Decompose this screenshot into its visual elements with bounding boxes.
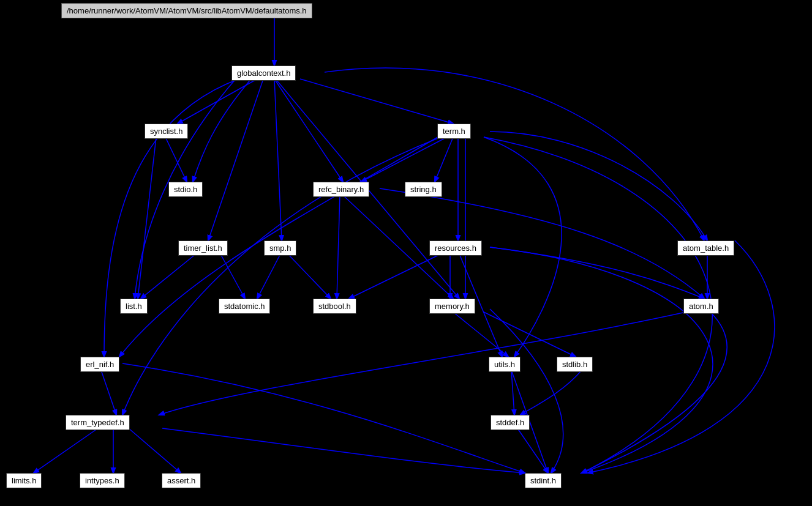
synclist-node: synclist.h: [145, 124, 188, 139]
utils-node: utils.h: [489, 357, 521, 372]
svg-line-28: [517, 428, 548, 473]
svg-line-29: [274, 79, 282, 240]
svg-line-25: [34, 428, 98, 473]
stdio-node: stdio.h: [168, 182, 203, 197]
svg-line-3: [300, 79, 453, 124]
stdbool-node: stdbool.h: [313, 299, 356, 314]
stdatomic-node: stdatomic.h: [219, 299, 270, 314]
memory-node: memory.h: [429, 299, 475, 314]
svg-line-27: [129, 428, 181, 473]
list-node: list.h: [120, 299, 148, 314]
svg-line-22: [484, 312, 576, 357]
stdlib-node: stdlib.h: [557, 357, 593, 372]
smp-node: smp.h: [264, 240, 296, 256]
atom-table-node: atom_table.h: [677, 240, 734, 256]
svg-line-9: [361, 137, 447, 182]
timer-list-node: timer_list.h: [178, 240, 228, 256]
term-typedef-node: term_typedef.h: [66, 415, 130, 430]
inttypes-node: inttypes.h: [80, 473, 125, 488]
svg-line-10: [435, 137, 453, 182]
term-node: term.h: [437, 124, 471, 139]
limits-node: limits.h: [6, 473, 42, 488]
svg-line-15: [220, 254, 245, 299]
svg-line-30: [337, 195, 340, 299]
svg-line-17: [288, 254, 331, 299]
root-node: /home/runner/work/AtomVM/AtomVM/src/libA…: [61, 3, 312, 18]
svg-line-23: [101, 370, 116, 415]
svg-line-7: [165, 137, 187, 182]
svg-line-31: [349, 254, 441, 299]
refc-binary-node: refc_binary.h: [313, 182, 369, 197]
stdint-node: stdint.h: [525, 473, 562, 488]
svg-line-4: [274, 79, 343, 182]
stddef-node: stddef.h: [491, 415, 530, 430]
globalcontext-node: globalcontext.h: [231, 65, 296, 81]
atom-node: atom.h: [683, 299, 719, 314]
string-node: string.h: [405, 182, 442, 197]
resources-node: resources.h: [429, 240, 482, 256]
svg-line-16: [257, 254, 280, 299]
erl-nif-node: erl_nif.h: [80, 357, 119, 372]
svg-line-14: [141, 254, 196, 299]
assert-node: assert.h: [162, 473, 201, 488]
